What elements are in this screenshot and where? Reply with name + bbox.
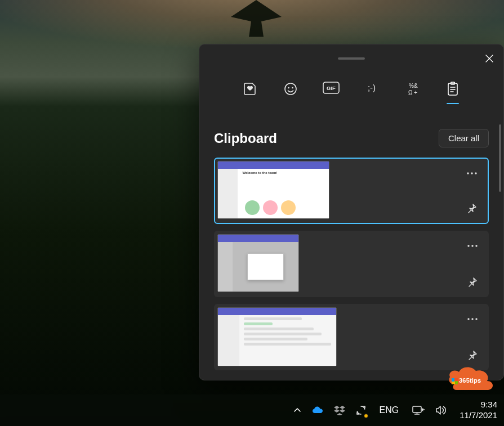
- kaomoji-icon: ;-): [363, 82, 380, 94]
- dropbox-tray-icon[interactable]: [330, 394, 349, 426]
- clipboard-item[interactable]: Welcome to the team!: [214, 158, 489, 224]
- clock-date: 11/7/2021: [460, 410, 497, 421]
- network-icon: [412, 405, 425, 416]
- symbols-icon: %&Ω+: [405, 82, 420, 96]
- tab-clipboard[interactable]: [443, 80, 462, 104]
- more-icon: [467, 245, 478, 247]
- chevron-up-icon: [293, 406, 301, 414]
- svg-text:&: &: [414, 83, 418, 89]
- gif-icon: GIF: [323, 82, 340, 94]
- clipboard-thumbnail: Welcome to the team!: [217, 161, 329, 219]
- clipboard-thumbnail: [217, 234, 299, 292]
- language-indicator[interactable]: ENG: [373, 394, 406, 426]
- clipboard-icon: [446, 82, 460, 96]
- more-button[interactable]: [465, 311, 480, 327]
- pin-button[interactable]: [465, 274, 480, 290]
- tab-gif[interactable]: GIF: [322, 80, 341, 104]
- pin-button[interactable]: [464, 200, 480, 216]
- svg-text:%: %: [409, 83, 414, 89]
- volume-tray-icon[interactable]: [431, 394, 452, 426]
- svg-point-18: [467, 245, 469, 246]
- svg-point-21: [467, 318, 469, 320]
- svg-point-1: [288, 87, 289, 89]
- drag-handle[interactable]: [338, 57, 365, 60]
- svg-rect-24: [413, 406, 421, 412]
- pin-icon: [467, 203, 477, 213]
- clock[interactable]: 9:34 11/7/2021: [454, 394, 503, 426]
- dropbox-icon: [334, 405, 345, 415]
- speaker-icon: [435, 405, 448, 416]
- more-icon: [467, 318, 478, 320]
- tab-emoji[interactable]: [281, 80, 300, 104]
- svg-point-19: [471, 245, 473, 246]
- panel-tabs: GIF ;-) %&Ω+: [199, 80, 503, 104]
- svg-point-2: [292, 87, 293, 89]
- svg-point-20: [475, 245, 477, 246]
- sticker-heart-icon: [243, 82, 257, 96]
- svg-point-17: [475, 172, 476, 174]
- svg-point-22: [471, 318, 473, 320]
- svg-text:Ω: Ω: [408, 89, 413, 96]
- clock-time: 9:34: [481, 400, 497, 410]
- cloud-icon: [311, 406, 324, 415]
- section-title: Clipboard: [214, 131, 277, 146]
- tab-recent[interactable]: [240, 80, 260, 104]
- pin-icon: [467, 350, 478, 360]
- svg-text:+: +: [414, 89, 417, 96]
- language-label: ENG: [380, 405, 399, 415]
- desktop: GIF ;-) %&Ω+ Clipboard Clear all: [0, 0, 504, 426]
- clipboard-section: Clipboard Clear all Welcome to the team!: [214, 129, 489, 372]
- svg-point-15: [467, 172, 469, 174]
- close-button[interactable]: [481, 50, 498, 67]
- more-button[interactable]: [464, 165, 480, 181]
- tab-symbols[interactable]: %&Ω+: [403, 80, 422, 104]
- network-tray-icon[interactable]: [408, 394, 429, 426]
- svg-point-23: [475, 318, 477, 320]
- svg-text:;-): ;-): [368, 83, 376, 92]
- clipboard-thumbnail: [217, 307, 337, 366]
- more-icon: [467, 172, 477, 174]
- onedrive-tray-icon[interactable]: [307, 394, 328, 426]
- clipboard-item[interactable]: Microsoft Teams: [214, 304, 489, 370]
- tray-overflow-button[interactable]: [289, 394, 305, 426]
- more-button[interactable]: [465, 238, 480, 254]
- clipboard-item[interactable]: [214, 231, 489, 297]
- taskbar: ENG 9:34 11/7/2021: [0, 394, 504, 426]
- tab-kaomoji[interactable]: ;-): [362, 80, 381, 104]
- clipboard-items: Welcome to the team!: [214, 158, 489, 370]
- pin-icon: [467, 277, 478, 287]
- svg-point-0: [285, 83, 296, 95]
- clear-all-button[interactable]: Clear all: [439, 129, 489, 147]
- svg-text:GIF: GIF: [327, 85, 336, 91]
- scrollbar[interactable]: [499, 124, 501, 198]
- sync-tray-icon[interactable]: [351, 394, 371, 426]
- smiley-icon: [283, 82, 298, 96]
- svg-point-16: [471, 172, 472, 174]
- close-icon: [485, 55, 493, 62]
- system-tray: ENG 9:34 11/7/2021: [289, 394, 504, 426]
- input-panel: GIF ;-) %&Ω+ Clipboard Clear all: [199, 44, 504, 380]
- pin-button[interactable]: [465, 347, 480, 363]
